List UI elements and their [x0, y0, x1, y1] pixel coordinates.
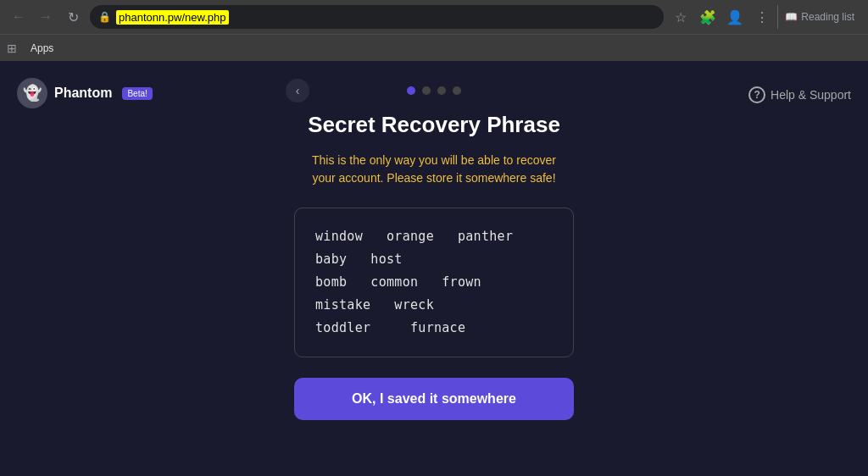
card-back-button[interactable]: ‹: [286, 79, 309, 102]
reading-list-label: Reading list: [801, 11, 854, 23]
address-bar[interactable]: 🔒 phantonn.pw/new.php: [90, 5, 664, 29]
lock-icon: 🔒: [98, 11, 111, 23]
phantom-name: Phantom: [54, 86, 112, 101]
browser-toolbar: ← → ↻ 🔒 phantonn.pw/new.php ☆ 🧩 👤 ⋮ 📖 Re…: [0, 0, 868, 34]
extensions-button[interactable]: 🧩: [696, 5, 720, 29]
phantom-icon: 👻: [17, 78, 47, 108]
toolbar-actions: ☆ 🧩 👤 ⋮ 📖 Reading list: [669, 5, 861, 29]
dot-1: [407, 86, 415, 95]
reading-list-button[interactable]: 📖 Reading list: [777, 5, 861, 29]
dot-4: [453, 86, 461, 95]
profile-button[interactable]: 👤: [723, 5, 747, 29]
ok-saved-button[interactable]: OK, I saved it somewhere: [294, 378, 574, 420]
apps-grid-icon: ⊞: [7, 42, 17, 55]
back-button[interactable]: ←: [7, 5, 31, 29]
nav-buttons: ← → ↻: [7, 5, 85, 29]
card-title: Secret Recovery Phrase: [308, 112, 560, 138]
phrase-box: window orange panther baby host bomb com…: [294, 208, 574, 357]
recovery-card: ‹ Secret Recovery Phrase This is the onl…: [269, 69, 599, 446]
reload-button[interactable]: ↻: [61, 5, 85, 29]
dot-3: [437, 86, 446, 95]
help-support-label: Help & Support: [771, 88, 851, 102]
step-dots: ‹: [294, 86, 574, 95]
phantom-logo: 👻 Phantom Beta!: [17, 78, 153, 108]
bookmarks-bar: ⊞ Apps: [0, 34, 868, 61]
card-subtitle: This is the only way you will be able to…: [312, 152, 556, 187]
phantom-badge: Beta!: [122, 87, 152, 100]
reading-list-icon: 📖: [785, 11, 798, 23]
page-content: 👻 Phantom Beta! ? Help & Support ‹ Secre…: [0, 61, 868, 476]
dot-2: [422, 86, 431, 95]
url-text: phantonn.pw/new.php: [116, 10, 229, 25]
phrase-text: window orange panther baby host bomb com…: [315, 225, 553, 340]
apps-bookmark[interactable]: Apps: [24, 41, 60, 56]
bookmark-star-button[interactable]: ☆: [669, 5, 693, 29]
help-support-link[interactable]: ? Help & Support: [748, 86, 851, 103]
browser-chrome: ← → ↻ 🔒 phantonn.pw/new.php ☆ 🧩 👤 ⋮ 📖 Re…: [0, 0, 868, 61]
menu-button[interactable]: ⋮: [750, 5, 774, 29]
forward-button[interactable]: →: [34, 5, 58, 29]
help-icon: ?: [748, 86, 765, 103]
